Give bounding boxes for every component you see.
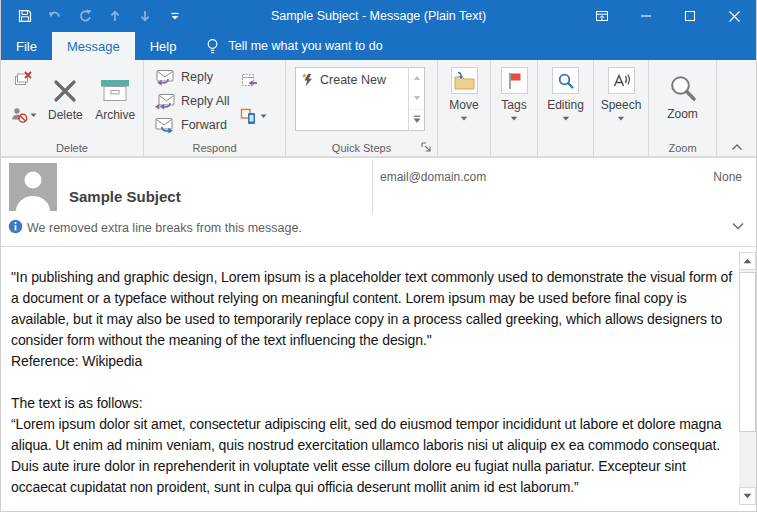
undo-button[interactable] — [45, 6, 65, 26]
info-icon — [8, 219, 23, 234]
save-button[interactable] — [15, 6, 35, 26]
move-up-button[interactable] — [105, 6, 125, 26]
move-down-button[interactable] — [135, 6, 155, 26]
dropdown-arrow-icon — [460, 116, 468, 121]
dropdown-arrow-icon — [30, 113, 37, 118]
speech-button[interactable]: Speech — [595, 67, 647, 121]
ribbon-group-quick-steps: Create New Quick Steps — [286, 60, 438, 156]
tab-message[interactable]: Message — [52, 32, 135, 60]
sender-email[interactable]: email@domain.com — [380, 170, 486, 184]
group-label-delete: Delete — [1, 142, 143, 154]
tab-file[interactable]: File — [1, 32, 52, 60]
dropdown-arrow-icon — [510, 116, 518, 121]
titlebar: Sample Subject - Message (Plain Text) — [1, 0, 756, 32]
redo-icon — [77, 8, 93, 24]
reply-icon — [154, 69, 176, 86]
create-new-quick-step[interactable]: Create New — [301, 72, 406, 88]
undo-icon — [47, 8, 63, 24]
window-controls — [580, 0, 756, 32]
gallery-scroll-down[interactable] — [409, 88, 424, 108]
ribbon-group-zoom: Zoom Zoom — [649, 60, 717, 156]
flag-icon — [505, 71, 523, 91]
gallery-scroll-up[interactable] — [409, 68, 424, 88]
body-paragraph — [11, 372, 733, 393]
body-paragraph: "In publishing and graphic design, Lorem… — [11, 267, 733, 351]
minimize-button[interactable] — [624, 0, 668, 32]
expand-header-button[interactable] — [730, 220, 746, 232]
close-button[interactable] — [712, 0, 756, 32]
read-aloud-icon — [612, 72, 631, 89]
tell-me-box[interactable]: Tell me what you want to do — [205, 32, 382, 60]
scroll-up-button[interactable] — [739, 252, 756, 270]
flag-status: None — [713, 170, 742, 184]
message-body[interactable]: "In publishing and graphic design, Lorem… — [1, 247, 739, 511]
save-icon — [17, 8, 33, 24]
forward-button[interactable]: Forward — [154, 116, 230, 134]
body-paragraph: The text is as follows: — [11, 393, 733, 414]
close-icon — [728, 10, 741, 23]
body-scrollbar[interactable] — [739, 252, 756, 505]
im-phone-icon — [240, 107, 258, 126]
archive-box-icon — [99, 77, 131, 104]
move-folder-icon — [453, 71, 476, 91]
meeting-button[interactable] — [240, 72, 267, 91]
message-header: Sample Subject email@domain.com None — [1, 157, 756, 216]
arrow-down-icon — [138, 9, 152, 23]
ribbon-group-speech: Speech — [594, 60, 649, 156]
quick-steps-dialog-launcher[interactable] — [420, 141, 432, 153]
dropdown-arrow-icon — [562, 116, 570, 121]
gallery-more-button[interactable] — [409, 109, 424, 130]
ribbon-group-delete: Delete Archive Delete — [1, 60, 144, 156]
body-paragraph: “Lorem ipsum dolor sit amet, consectetur… — [11, 414, 733, 498]
group-label-respond: Respond — [144, 142, 285, 154]
im-button[interactable] — [240, 103, 267, 129]
zoom-button[interactable]: Zoom — [655, 67, 711, 121]
maximize-icon — [684, 10, 696, 22]
quick-access-toolbar — [1, 6, 185, 26]
outlook-message-window: Sample Subject - Message (Plain Text) — [0, 0, 757, 512]
editing-button[interactable]: Editing — [540, 67, 592, 121]
info-bar: We removed extra line breaks from this m… — [1, 216, 756, 247]
reply-button[interactable]: Reply — [154, 68, 230, 86]
ribbon: Delete Archive Delete Reply — [1, 60, 756, 157]
reply-all-button[interactable]: Reply All — [154, 92, 230, 110]
ribbon-display-options-button[interactable] — [580, 0, 624, 32]
ribbon-group-respond: Reply Reply All Forward — [144, 60, 286, 156]
lightbulb-icon — [205, 38, 220, 55]
body-paragraph: Reference: Wikipedia — [11, 351, 733, 372]
tags-button[interactable]: Tags — [492, 67, 536, 121]
arrow-up-icon — [108, 9, 122, 23]
collapse-ribbon-button[interactable] — [730, 142, 744, 152]
dropdown-arrow-icon — [260, 114, 267, 119]
editing-find-icon — [557, 72, 575, 90]
lightning-bolt-icon — [301, 72, 315, 88]
sender-avatar[interactable] — [9, 163, 57, 211]
block-sender-icon — [10, 106, 28, 124]
group-label-zoom: Zoom — [649, 142, 716, 154]
scrollbar-thumb[interactable] — [739, 272, 756, 432]
ribbon-group-tags: Tags — [491, 60, 538, 156]
tell-me-label: Tell me what you want to do — [228, 39, 382, 53]
block-sender-button[interactable] — [8, 102, 38, 128]
tab-help[interactable]: Help — [135, 32, 192, 60]
customize-quick-access-button[interactable] — [165, 6, 185, 26]
info-message: We removed extra line breaks from this m… — [27, 221, 302, 235]
zoom-magnifier-icon — [668, 73, 698, 103]
delete-x-icon — [52, 78, 78, 104]
reply-all-icon — [154, 93, 176, 110]
ribbon-tail — [717, 60, 756, 156]
ribbon-group-move: Move — [438, 60, 491, 156]
quick-steps-gallery: Create New — [295, 67, 425, 131]
redo-button[interactable] — [75, 6, 95, 26]
ignore-button[interactable] — [8, 66, 38, 92]
message-subject: Sample Subject — [69, 188, 181, 205]
ribbon-tab-row: File Message Help Tell me what you want … — [1, 32, 756, 60]
move-button[interactable]: Move — [440, 67, 488, 121]
maximize-button[interactable] — [668, 0, 712, 32]
header-divider — [372, 160, 373, 214]
minimize-icon — [640, 10, 652, 22]
scroll-down-button[interactable] — [739, 487, 756, 505]
ribbon-display-options-icon — [594, 8, 610, 24]
group-label-quick-steps: Quick Steps — [286, 142, 437, 154]
dropdown-arrow-icon — [617, 116, 625, 121]
